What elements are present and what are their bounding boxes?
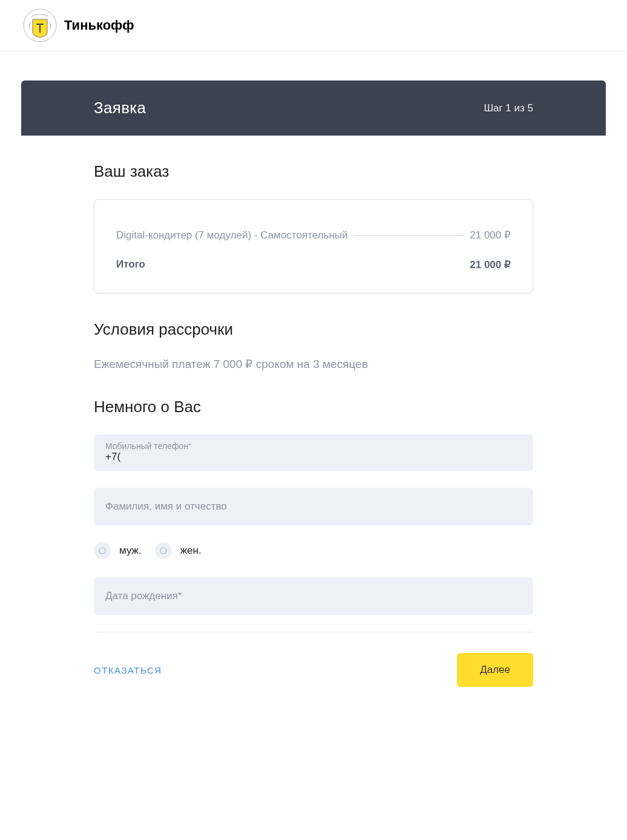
form-content: Ваш заказ Digital-кондитер (7 модулей) -…: [21, 162, 606, 687]
panel-header: Заявка Шаг 1 из 5: [21, 80, 606, 136]
phone-label: Мобильный телефон*: [105, 441, 522, 451]
order-line-item: Digital-кондитер (7 модулей) - Самостоят…: [116, 229, 511, 241]
phone-input[interactable]: [105, 451, 522, 463]
gender-group: муж. жен.: [94, 542, 533, 559]
page-body: Заявка Шаг 1 из 5 Ваш заказ Digital-конд…: [0, 51, 627, 723]
actions-row: ОТКАЗАТЬСЯ Далее: [94, 653, 533, 687]
order-total-row: Итого 21 000 ₽: [116, 258, 511, 271]
gender-male-radio[interactable]: [94, 542, 111, 559]
about-heading: Немного о Вас: [94, 398, 533, 416]
divider-line: [96, 632, 533, 632]
top-header: Тинькофф: [0, 0, 627, 51]
order-total-label: Итого: [116, 258, 145, 271]
panel-title: Заявка: [94, 99, 146, 117]
order-item-name: Digital-кондитер (7 модулей) - Самостоят…: [116, 229, 348, 241]
cancel-button[interactable]: ОТКАЗАТЬСЯ: [94, 665, 162, 675]
order-dotted-line: [354, 235, 464, 236]
next-button[interactable]: Далее: [457, 653, 533, 687]
order-item-price: 21 000 ₽: [470, 229, 511, 241]
gender-female-radio[interactable]: [155, 542, 172, 559]
phone-field-wrap[interactable]: Мобильный телефон*: [94, 435, 533, 471]
installment-description: Ежемесячный платеж 7 000 ₽ сроком на 3 м…: [94, 357, 533, 371]
step-indicator: Шаг 1 из 5: [484, 102, 533, 114]
gender-male-label: муж.: [119, 545, 142, 557]
fio-field-wrap[interactable]: [94, 488, 533, 525]
order-heading: Ваш заказ: [94, 162, 533, 181]
dob-label: Дата рождения*: [105, 590, 182, 602]
order-summary-box: Digital-кондитер (7 модулей) - Самостоят…: [94, 199, 533, 294]
gender-female-label: жен.: [180, 545, 202, 557]
dob-field-wrap[interactable]: Дата рождения*: [94, 577, 533, 615]
brand-name: Тинькофф: [64, 18, 134, 33]
tinkoff-logo-icon: [23, 8, 57, 42]
order-total-value: 21 000 ₽: [470, 258, 511, 271]
installment-heading: Условия рассрочки: [94, 320, 533, 339]
fio-input[interactable]: [105, 500, 522, 513]
